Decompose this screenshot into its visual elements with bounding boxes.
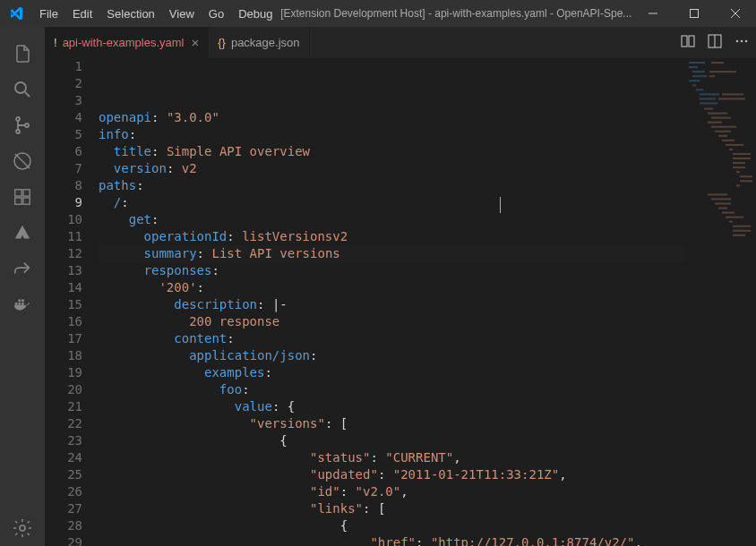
- close-tab-icon[interactable]: ×: [191, 35, 199, 50]
- token: responses: [144, 263, 212, 277]
- token: :: [242, 382, 249, 397]
- token: version: [114, 161, 167, 175]
- token: v2: [182, 161, 197, 175]
- search-icon[interactable]: [0, 72, 45, 107]
- token: description: [174, 297, 257, 311]
- tab-label: api-with-examples.yaml: [63, 36, 185, 49]
- docker-icon[interactable]: [0, 286, 45, 322]
- code-line[interactable]: responses:: [99, 262, 756, 279]
- menu-go[interactable]: Go: [202, 7, 231, 21]
- svg-rect-0: [691, 10, 699, 18]
- code-line[interactable]: "links": [: [99, 500, 756, 517]
- code-line[interactable]: examples:: [99, 364, 756, 381]
- token: :: [197, 280, 204, 294]
- code-line[interactable]: {: [99, 432, 756, 449]
- svg-rect-10: [15, 303, 18, 305]
- token: title: [114, 144, 151, 158]
- split-editor-icon[interactable]: [708, 34, 722, 51]
- line-number: 25: [45, 466, 82, 483]
- code-line[interactable]: title: Simple API overview: [99, 143, 756, 160]
- line-number: 16: [45, 313, 82, 330]
- code-line[interactable]: "updated": "2011-01-21T11:33:21Z",: [99, 466, 756, 483]
- token: "v2.0": [356, 484, 401, 499]
- token: :: [310, 348, 317, 363]
- window-title: [Extension Development Host] - api-with-…: [279, 7, 632, 20]
- svg-rect-17: [689, 36, 694, 47]
- line-number: 8: [45, 177, 82, 194]
- line-number: 9: [45, 194, 82, 211]
- code-line[interactable]: /:: [99, 194, 756, 211]
- menu-view[interactable]: View: [162, 7, 202, 21]
- svg-rect-14: [21, 300, 24, 303]
- code-lines[interactable]: openapi: "3.0.0"info: title: Simple API …: [99, 58, 756, 546]
- share-icon[interactable]: [0, 251, 45, 286]
- code-line[interactable]: "href": "http://127.0.0.1:8774/v2/",: [99, 534, 756, 546]
- debug-icon[interactable]: [0, 143, 45, 179]
- menu-edit[interactable]: Edit: [65, 7, 99, 21]
- code-line[interactable]: description: |-: [99, 296, 756, 313]
- code-line[interactable]: value: {: [99, 398, 756, 415]
- token: :: [129, 127, 136, 141]
- code-line[interactable]: summary: List API versions: [99, 245, 756, 262]
- code-line[interactable]: {: [99, 517, 756, 534]
- modified-indicator-icon: !: [54, 36, 57, 49]
- git-icon[interactable]: [0, 107, 45, 143]
- token: :: [378, 467, 393, 482]
- more-icon[interactable]: [735, 34, 749, 51]
- token: paths: [99, 178, 136, 192]
- menu-file[interactable]: File: [32, 7, 65, 21]
- code-line[interactable]: "id": "v2.0",: [99, 483, 756, 500]
- token: {: [340, 518, 348, 533]
- line-number: 13: [45, 262, 82, 279]
- line-number: 1: [45, 58, 82, 75]
- tab-package-json[interactable]: {}package.json: [209, 27, 309, 58]
- split-compare-icon[interactable]: [681, 34, 695, 51]
- token: '200': [159, 280, 196, 294]
- code-line[interactable]: openapi: "3.0.0": [99, 109, 756, 126]
- editor-tabs: !api-with-examples.yaml×{}package.json: [45, 27, 756, 58]
- code-line[interactable]: operationId: listVersionsv2: [99, 228, 756, 245]
- extensions-icon[interactable]: [0, 179, 45, 215]
- code-line[interactable]: version: v2: [99, 160, 756, 177]
- code-line[interactable]: get:: [99, 211, 756, 228]
- tab-api-with-examples-yaml[interactable]: !api-with-examples.yaml×: [45, 27, 209, 58]
- code-line[interactable]: info:: [99, 126, 756, 143]
- svg-rect-7: [23, 190, 30, 196]
- close-button[interactable]: [715, 0, 756, 27]
- code-line[interactable]: application/json:: [99, 347, 756, 364]
- token: content: [174, 331, 227, 346]
- menu-debug[interactable]: Debug: [231, 7, 279, 21]
- token: :: [121, 195, 128, 209]
- token: :: [370, 450, 385, 465]
- token: List API versions: [211, 246, 339, 260]
- token: "http://127.0.0.1:8774/v2/": [431, 535, 635, 546]
- code-line[interactable]: "versions": [: [99, 415, 756, 432]
- code-line[interactable]: paths:: [99, 177, 756, 194]
- code-line[interactable]: 200 response: [99, 313, 756, 330]
- azure-icon[interactable]: [0, 215, 45, 251]
- line-number: 11: [45, 228, 82, 245]
- code-line[interactable]: foo:: [99, 381, 756, 398]
- titlebar: FileEditSelectionViewGoDebug [Extension …: [0, 0, 756, 27]
- token: "links": [310, 501, 363, 516]
- token: foo: [219, 382, 242, 397]
- minimize-button[interactable]: [632, 0, 674, 27]
- code-line[interactable]: content:: [99, 330, 756, 347]
- settings-gear-icon[interactable]: [0, 510, 45, 546]
- token: |-: [272, 297, 288, 311]
- token: listVersionsv2: [242, 229, 348, 243]
- svg-rect-12: [21, 303, 24, 305]
- maximize-button[interactable]: [674, 0, 715, 27]
- code-editor[interactable]: 1234567891011121314151617181920212223242…: [45, 58, 756, 546]
- files-icon[interactable]: [0, 36, 45, 72]
- svg-point-19: [736, 40, 739, 43]
- line-number: 23: [45, 432, 82, 449]
- code-line[interactable]: '200':: [99, 279, 756, 296]
- menu-selection[interactable]: Selection: [99, 7, 161, 21]
- line-number: 12: [45, 245, 82, 262]
- line-number: 4: [45, 109, 82, 126]
- line-number: 14: [45, 279, 82, 296]
- code-line[interactable]: "status": "CURRENT",: [99, 449, 756, 466]
- token: Simple API overview: [167, 144, 310, 158]
- tab-label: package.json: [231, 36, 300, 49]
